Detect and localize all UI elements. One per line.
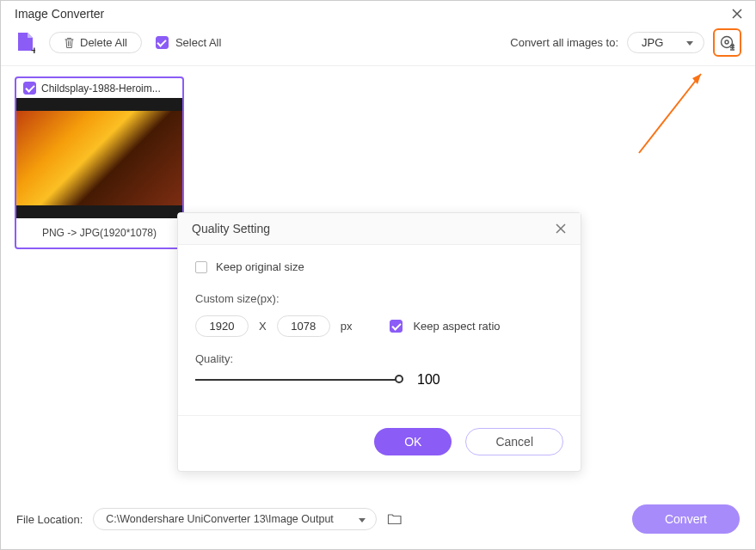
open-folder-button[interactable] [387, 512, 403, 526]
thumbnail-caption: PNG -> JPG(1920*1078) [16, 218, 182, 248]
quality-label: Quality: [195, 352, 563, 365]
keep-aspect-checkbox[interactable] [390, 320, 403, 333]
thumbnail-image [16, 98, 182, 218]
width-input[interactable]: 1920 [195, 315, 249, 337]
delete-all-label: Delete All [80, 36, 127, 49]
file-location-dropdown[interactable]: C:\Wondershare UniConverter 13\Image Out… [93, 508, 377, 530]
height-input[interactable]: 1078 [277, 315, 330, 337]
file-location-path: C:\Wondershare UniConverter 13\Image Out… [106, 513, 333, 525]
select-all-checkbox[interactable]: Select All [156, 36, 221, 49]
quality-setting-dialog: Quality Setting Keep original size Custo… [177, 212, 581, 472]
slider-thumb[interactable] [395, 375, 403, 383]
select-all-label: Select All [175, 36, 221, 49]
dialog-close-icon[interactable] [555, 223, 567, 235]
window-title: Image Converter [15, 7, 104, 21]
folder-icon [387, 512, 403, 526]
quality-settings-button[interactable] [713, 28, 741, 57]
format-dropdown[interactable]: JPG [627, 32, 704, 53]
close-icon[interactable] [729, 6, 745, 21]
quality-slider[interactable] [195, 379, 402, 381]
thumbnail-checkbox[interactable] [23, 82, 36, 95]
checkbox-checked-icon [156, 36, 169, 49]
add-file-icon[interactable]: + [15, 32, 35, 54]
file-location-label: File Location: [16, 513, 83, 526]
delete-all-button[interactable]: Delete All [49, 32, 142, 53]
convert-button[interactable]: Convert [632, 504, 740, 534]
keep-aspect-label: Keep aspect ratio [413, 320, 500, 333]
custom-size-label: Custom size(px): [195, 292, 563, 305]
keep-original-label: Keep original size [216, 260, 304, 273]
trash-icon [64, 37, 75, 49]
cancel-button[interactable]: Cancel [465, 428, 563, 455]
quality-value: 100 [417, 372, 440, 388]
px-label: px [341, 320, 353, 333]
svg-point-2 [725, 40, 728, 44]
keep-original-checkbox[interactable] [195, 261, 207, 273]
thumbnail-filename: Childsplay-1988-Heroim... [41, 82, 161, 95]
dimension-x: X [259, 320, 267, 333]
ok-button[interactable]: OK [374, 428, 452, 455]
image-thumbnail-card[interactable]: Childsplay-1988-Heroim... PNG -> JPG(192… [15, 76, 184, 249]
convert-all-label: Convert all images to: [510, 36, 618, 49]
settings-icon [719, 34, 736, 52]
format-selected: JPG [642, 36, 663, 49]
svg-text:+: + [31, 44, 35, 54]
dialog-title: Quality Setting [192, 222, 270, 235]
